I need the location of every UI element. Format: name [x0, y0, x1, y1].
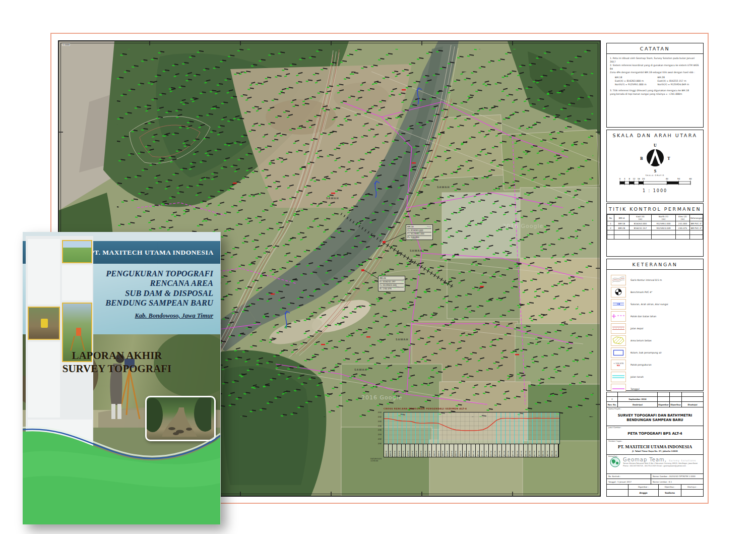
benchmark-symbol: [611, 287, 626, 298]
station-cell: 0+115: [484, 444, 489, 457]
area-label-sawah: SAWAH: [326, 197, 339, 200]
client-name: PT. MAXITECH UTAMA INDONESIA: [618, 444, 692, 449]
svg-text:12: 12: [633, 177, 636, 180]
station-cell: 0+035: [415, 444, 419, 457]
svg-text:0: 0: [619, 177, 620, 180]
station-cell: 0+085: [458, 444, 463, 457]
legend-item-contour: Garis Kontur interval 0.5 m: [607, 274, 703, 286]
cross-section-datum-label: DATUM ELEV ±230.00: [370, 458, 382, 462]
signature-cell: Digambar :Angga Diperiksa :Sudiono Diset…: [607, 485, 703, 496]
compass-west-letter: B: [640, 156, 643, 161]
legend-item-saluran: Saluran, Arah aliran, Alur sungai: [607, 298, 703, 310]
svg-text:4: 4: [624, 177, 625, 180]
station-cell: 0+020: [402, 444, 406, 457]
y-tick-label: 242: [378, 415, 382, 418]
consultant-name: Geomap Team,: [623, 457, 667, 462]
field-photo-thumbnail: [62, 240, 92, 263]
station-cell: 0+140: [506, 444, 511, 457]
numbers-cell: No. Kontrak : Tanggal : 5 Januari 2017 N…: [607, 474, 703, 485]
station-cell: 0+175: [537, 444, 541, 457]
station-cell: 0+050: [428, 444, 432, 457]
asphalt-road-symbol: [611, 323, 626, 334]
contour-symbol: [611, 275, 626, 285]
cover-location: Kab. Bondowoso, Jawa Timur: [135, 312, 213, 320]
boundary-stake-symbol: [611, 311, 626, 322]
revision-row: 0 September 2016: [607, 397, 703, 402]
client-address: Jl. Tebet Timur Raya No. 37, Jakarta 128…: [632, 450, 677, 452]
map-legend-panel: CATATAN 1. Peta ini dibuat oleh Geomap T…: [606, 43, 704, 497]
keterangan-title: KETERANGAN: [607, 259, 703, 270]
legend-item-jalan-tanah: Jalan tanah: [607, 371, 703, 383]
project-name: SURVEY TOPOGRAFI DAN BATHYMETRI BENDUNGA…: [607, 407, 703, 426]
station-cell: 0+165: [528, 444, 533, 457]
date-value: 5 Januari 2017: [617, 481, 632, 483]
bm18-name: BM.18: [615, 76, 658, 79]
catatan-box: CATATAN 1. Peta ini dibuat oleh Geomap T…: [606, 43, 704, 128]
benchmark-pipe: [41, 319, 48, 328]
consultant-address: Taman Mutiara Pabuaran Blok D No.1 Pabua…: [623, 462, 698, 467]
drawing-title-cell: Judul Gambar : PETA TOPOGRAFI BPS ALT-4: [607, 426, 703, 440]
station-cell: 0+180: [541, 444, 546, 457]
keterangan-box: KETERANGAN Garis Kontur interval 0.5 m B…: [606, 259, 704, 391]
station-cell: 0+010: [393, 444, 397, 457]
svg-text:8: 8: [628, 177, 630, 180]
skala-box: SKALA DAN ARAH UTARA U B T S SKALA GRAFI…: [606, 130, 704, 202]
station-cell: 0+040: [419, 444, 423, 457]
consultant-tagline: Survey Solutions: [669, 459, 696, 462]
svg-text:40: 40: [665, 177, 668, 180]
legend-item-patok-batas: Patok dan batas lahan: [607, 310, 703, 322]
unreleased-area-symbol: [611, 335, 626, 346]
svg-text:20: 20: [642, 177, 645, 180]
scale-ratio: 1 : 1000: [607, 189, 703, 193]
graphic-scale-bar: 0 4 8 12 16 20 40 50 60: [617, 176, 693, 188]
station-cell: 0+005: [389, 444, 393, 457]
station-cell: 0+195: [554, 444, 559, 457]
cross-section-title: CROSS RENCANA BANGUNAN PENGENDALI SEDIME…: [384, 407, 467, 410]
y-tick-label: 244: [378, 411, 382, 413]
consultant-cell: Konsultan : Geomap Team, Survey Solution…: [607, 455, 703, 474]
station-cell: 0+170: [532, 444, 537, 457]
project-name-cell: Nama Proyek : SURVEY TOPOGRAFI DAN BATHY…: [607, 407, 703, 426]
svg-text:16: 16: [637, 177, 640, 180]
table-row: 1BM-18 816263.0009125951.000 241.000BM P…: [607, 221, 703, 226]
svg-text:50: 50: [677, 177, 680, 180]
north-arrow-compass: U B T S: [637, 142, 674, 173]
station-cell: 0+155: [519, 444, 524, 457]
station-cell: 0+065: [441, 444, 446, 457]
imagery-watermark: 2016 Google: [502, 223, 543, 229]
titik-kontrol-box: TITIK KONTROL PERMANEN NoBM.Id East (X) …: [606, 203, 704, 257]
legend-item-benchmark: Benchmark PVC 4": [607, 286, 703, 298]
note-1: 1. Peta ini dibuat oleh Geomap Team, Sur…: [610, 56, 700, 64]
cross-section-y-axis: 230232234236238240242244: [370, 412, 383, 443]
map-scale-corner-label: 1:1000: [62, 43, 70, 46]
station-cell: 0+150: [515, 444, 520, 457]
cross-section-plot: [384, 412, 560, 444]
bm18-north: North(Y) = 9125951.000 m: [615, 83, 658, 86]
compass-south-letter: S: [654, 169, 656, 173]
compass-north-letter: U: [654, 143, 657, 148]
area-label-sawah: SAWAH: [396, 338, 409, 341]
station-cell: 0+025: [406, 444, 410, 457]
station-cell: 0+090: [463, 444, 467, 457]
table-row-empty: [607, 235, 703, 240]
cross-section-chart: CROSS RENCANA BANGUNAN PENGENDALI SEDIME…: [370, 407, 567, 464]
checker-name: Sudiono: [659, 490, 681, 496]
svg-text:60: 60: [689, 177, 692, 180]
approver-name: [681, 490, 703, 496]
station-cell: 0+045: [423, 444, 428, 457]
imagery-watermark: 2016 Google: [361, 394, 402, 401]
station-cell: 0+055: [432, 444, 436, 457]
area-label-sawah: SAWAH: [410, 249, 423, 252]
station-cell: 0+080: [454, 444, 459, 457]
client-cell: Pemberi Tugas : PT. MAXITECH UTAMA INDON…: [607, 440, 703, 455]
globe-icon: [610, 457, 620, 467]
y-tick-label: 236: [378, 429, 382, 431]
catatan-title: CATATAN: [607, 43, 703, 54]
bm18-info-box: BM.18X= 816263.000 Y= 9125951.000Z= 241.…: [406, 224, 433, 240]
table-row-empty: [607, 230, 703, 235]
legend-item-jalan-aspal: Jalan Aspal: [607, 322, 703, 334]
station-cell: 0+105: [476, 444, 480, 457]
y-tick-label: 240: [378, 420, 382, 422]
compass-east-letter: T: [667, 156, 670, 161]
station-cell: 0+110: [480, 444, 484, 457]
